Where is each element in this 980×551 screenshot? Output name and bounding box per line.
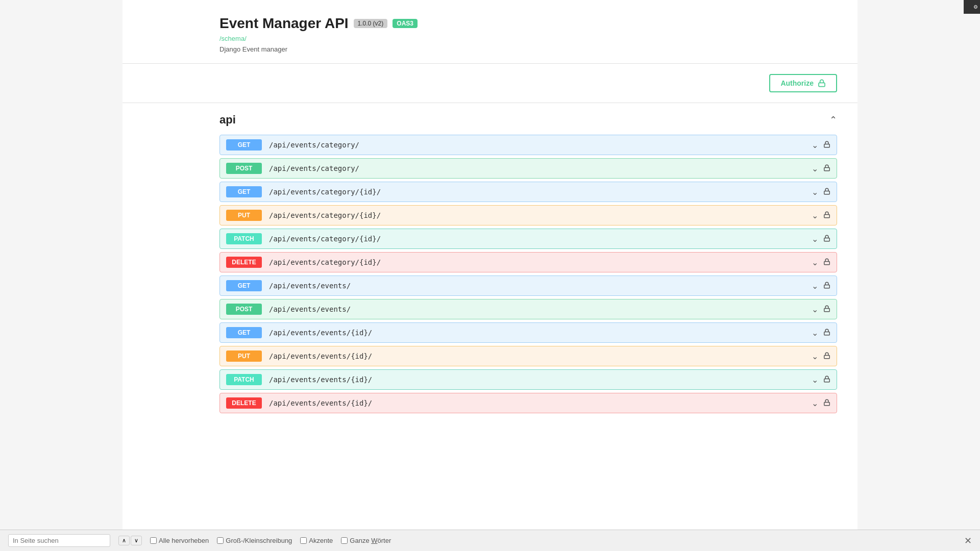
search-option-highlight-all: Alle hervorheben: [150, 537, 209, 544]
method-badge: POST: [226, 304, 262, 315]
endpoint-path: /api/events/events/: [269, 282, 812, 290]
chevron-down-icon[interactable]: ⌄: [812, 398, 818, 408]
endpoint-path: /api/events/category/{id}/: [269, 258, 812, 266]
svg-rect-0: [819, 83, 825, 86]
endpoint-row[interactable]: PATCH/api/events/category/{id}/⌄: [219, 229, 837, 249]
chevron-down-icon[interactable]: ⌄: [812, 164, 818, 173]
endpoint-right: ⌄: [812, 328, 830, 338]
endpoint-path: /api/events/events/{id}/: [269, 329, 812, 337]
svg-rect-12: [824, 402, 830, 405]
endpoint-right: ⌄: [812, 375, 830, 385]
endpoint-right: ⌄: [812, 305, 830, 314]
endpoint-path: /api/events/category/{id}/: [269, 211, 812, 219]
endpoint-path: /api/events/category/: [269, 141, 812, 149]
authorize-button[interactable]: Authorize: [769, 74, 837, 92]
chevron-down-icon[interactable]: ⌄: [812, 281, 818, 291]
search-prev-button[interactable]: ∧: [118, 536, 130, 545]
search-option-match-case: Groß-/Kleinschreibung: [217, 537, 292, 544]
search-option-whole-words: Ganze Wörter: [341, 537, 391, 544]
endpoint-lock-icon: [823, 282, 830, 290]
search-option-label-highlight-all: Alle hervorheben: [159, 537, 209, 544]
chevron-down-icon[interactable]: ⌄: [812, 140, 818, 150]
method-badge: PUT: [226, 350, 262, 362]
search-option-label-diacritics: Akzente: [309, 537, 333, 544]
endpoint-lock-icon: [823, 211, 830, 220]
version-badge: 1.0.0 (v2): [354, 19, 388, 28]
search-option-label-whole-words: Ganze Wörter: [350, 537, 391, 544]
endpoint-right: ⌄: [812, 211, 830, 220]
authorize-section: Authorize: [122, 63, 857, 103]
search-checkbox-whole-words[interactable]: [341, 537, 348, 544]
lock-icon: [818, 79, 826, 87]
method-badge: GET: [226, 139, 262, 151]
chevron-down-icon[interactable]: ⌄: [812, 258, 818, 267]
search-bar: ∧ ∨ Alle hervorhebenGroß-/Kleinschreibun…: [0, 530, 980, 551]
search-nav: ∧ ∨: [118, 536, 142, 545]
chevron-down-icon[interactable]: ⌄: [812, 328, 818, 338]
method-badge: GET: [226, 327, 262, 338]
endpoint-right: ⌄: [812, 187, 830, 197]
endpoint-row[interactable]: DELETE/api/events/category/{id}/⌄: [219, 252, 837, 272]
oas-badge: OAS3: [393, 19, 418, 28]
endpoint-right: ⌄: [812, 140, 830, 150]
method-badge: DELETE: [226, 397, 262, 409]
svg-rect-3: [824, 191, 830, 194]
endpoint-row[interactable]: PUT/api/events/category/{id}/⌄: [219, 205, 837, 226]
chevron-down-icon[interactable]: ⌄: [812, 375, 818, 385]
chevron-down-icon[interactable]: ⌄: [812, 352, 818, 361]
api-section: api ⌃ GET/api/events/category/⌄POST/api/…: [122, 103, 857, 427]
method-badge: GET: [226, 280, 262, 291]
endpoint-lock-icon: [823, 305, 830, 314]
endpoint-right: ⌄: [812, 258, 830, 267]
collapse-api-icon[interactable]: ⌃: [829, 114, 837, 126]
endpoint-path: /api/events/category/: [269, 164, 812, 172]
search-checkbox-diacritics[interactable]: [300, 537, 307, 544]
endpoint-lock-icon: [823, 235, 830, 243]
endpoint-row[interactable]: GET/api/events/category/⌄: [219, 135, 837, 155]
api-title: Event Manager API: [219, 15, 349, 32]
search-options: Alle hervorhebenGroß-/KleinschreibungAkz…: [150, 537, 391, 544]
endpoint-row[interactable]: GET/api/events/category/{id}/⌄: [219, 182, 837, 202]
endpoint-right: ⌄: [812, 398, 830, 408]
chevron-down-icon[interactable]: ⌄: [812, 211, 818, 220]
endpoint-path: /api/events/events/{id}/: [269, 352, 812, 360]
search-option-diacritics: Akzente: [300, 537, 333, 544]
method-badge: PATCH: [226, 233, 262, 244]
endpoint-right: ⌄: [812, 234, 830, 244]
endpoint-lock-icon: [823, 258, 830, 267]
chevron-down-icon[interactable]: ⌄: [812, 187, 818, 197]
chevron-down-icon[interactable]: ⌄: [812, 234, 818, 244]
endpoint-row[interactable]: GET/api/events/events/⌄: [219, 276, 837, 296]
endpoint-lock-icon: [823, 375, 830, 384]
endpoint-row[interactable]: GET/api/events/events/{id}/⌄: [219, 322, 837, 343]
endpoint-row[interactable]: POST/api/events/category/⌄: [219, 158, 837, 179]
method-badge: DELETE: [226, 257, 262, 268]
endpoint-row[interactable]: POST/api/events/events/⌄: [219, 299, 837, 319]
endpoint-lock-icon: [823, 352, 830, 361]
method-badge: PUT: [226, 210, 262, 221]
endpoint-right: ⌄: [812, 164, 830, 173]
schema-link[interactable]: /schema/: [219, 35, 837, 42]
api-description: Django Event manager: [219, 45, 837, 53]
title-row: Event Manager API 1.0.0 (v2) OAS3: [219, 15, 837, 32]
method-badge: POST: [226, 163, 262, 174]
endpoint-row[interactable]: PUT/api/events/events/{id}/⌄: [219, 346, 837, 366]
search-input[interactable]: [8, 534, 110, 547]
endpoint-path: /api/events/events/{id}/: [269, 399, 812, 407]
chevron-down-icon[interactable]: ⌄: [812, 305, 818, 314]
endpoint-row[interactable]: PATCH/api/events/events/{id}/⌄: [219, 369, 837, 390]
search-checkbox-highlight-all[interactable]: [150, 537, 157, 544]
svg-rect-4: [824, 214, 830, 217]
endpoint-lock-icon: [823, 329, 830, 337]
svg-rect-2: [824, 167, 830, 170]
endpoint-row[interactable]: DELETE/api/events/events/{id}/⌄: [219, 393, 837, 413]
svg-rect-9: [824, 332, 830, 335]
header: Event Manager API 1.0.0 (v2) OAS3 /schem…: [122, 0, 857, 63]
search-next-button[interactable]: ∨: [131, 536, 142, 545]
endpoints-container: GET/api/events/category/⌄POST/api/events…: [219, 135, 837, 413]
section-header: api ⌃: [219, 113, 837, 127]
search-option-label-match-case: Groß-/Kleinschreibung: [226, 537, 292, 544]
search-checkbox-match-case[interactable]: [217, 537, 224, 544]
endpoint-lock-icon: [823, 399, 830, 408]
search-close-button[interactable]: ✕: [964, 535, 972, 546]
